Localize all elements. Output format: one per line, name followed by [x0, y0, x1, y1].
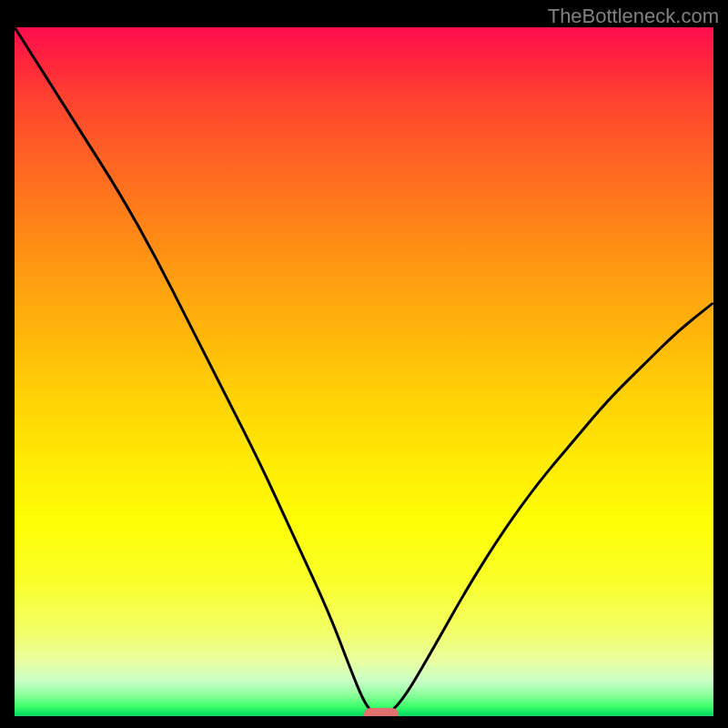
chart-plot-area: [15, 27, 713, 716]
optimum-marker: [364, 708, 399, 716]
bottleneck-curve: [15, 27, 713, 716]
watermark-text: TheBottleneck.com: [548, 5, 719, 28]
